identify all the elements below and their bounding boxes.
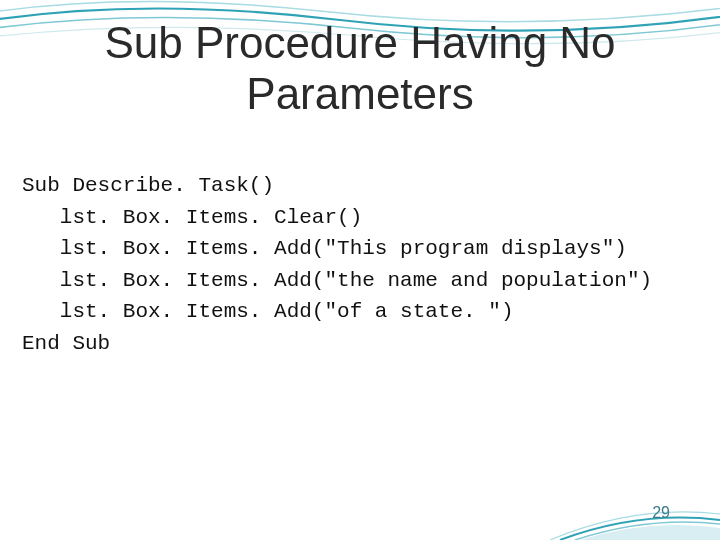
code-line-6: End Sub <box>22 332 110 355</box>
code-line-4: lst. Box. Items. Add("the name and popul… <box>22 269 652 292</box>
code-line-5: lst. Box. Items. Add("of a state. ") <box>22 300 513 323</box>
code-line-1: Sub Describe. Task() <box>22 174 274 197</box>
code-line-3: lst. Box. Items. Add("This program displ… <box>22 237 627 260</box>
title-line-2: Parameters <box>246 69 473 118</box>
page-number: 29 <box>652 504 670 522</box>
slide-title: Sub Procedure Having No Parameters <box>0 18 720 119</box>
slide: Sub Procedure Having No Parameters Sub D… <box>0 0 720 540</box>
title-line-1: Sub Procedure Having No <box>104 18 615 67</box>
code-block: Sub Describe. Task() lst. Box. Items. Cl… <box>22 170 652 359</box>
code-line-2: lst. Box. Items. Clear() <box>22 206 362 229</box>
bottom-corner-decoration <box>540 470 720 540</box>
